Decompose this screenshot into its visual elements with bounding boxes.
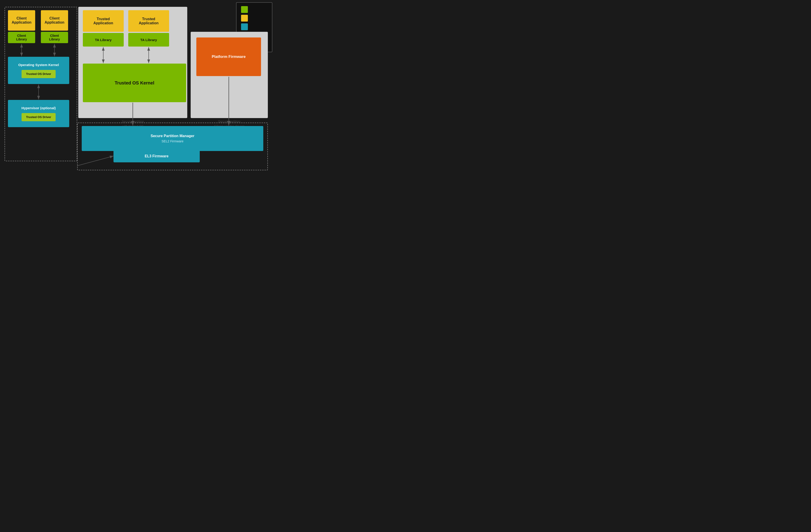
- spm-teal-box: Secure Partition Manager SEL2 Firmware: [82, 126, 263, 151]
- hypervisor-driver: Trusted OS Driver: [21, 113, 56, 121]
- trusted-os-kernel: Trusted OS Kernel: [83, 64, 186, 102]
- legend-item-green: [241, 6, 267, 13]
- client-library-2: ClientLibrary: [41, 32, 68, 43]
- trusted-application-1: TrustedApplication: [83, 10, 124, 32]
- diagram-container: - - - Client Application Client Applicat…: [2, 2, 272, 177]
- trusted-application-2: TrustedApplication: [128, 10, 169, 32]
- client-library-1: ClientLibrary: [8, 32, 35, 43]
- client-application-1: Client Application: [8, 10, 35, 31]
- el3-box: EL3 Firmware: [113, 150, 200, 162]
- legend-color-green: [241, 6, 248, 13]
- os-driver: Trusted OS Driver: [21, 70, 56, 78]
- ta-library-1: TA Library: [83, 33, 124, 47]
- legend-item-teal: [241, 24, 267, 30]
- client-application-2: Client Application: [41, 10, 68, 31]
- os-kernel-box: Operating System Kernel Trusted OS Drive…: [8, 57, 69, 84]
- platform-firmware: Platform Firmware: [196, 37, 261, 76]
- legend-item-yellow: [241, 15, 267, 21]
- legend-color-teal: [241, 24, 248, 30]
- legend-color-yellow: [241, 15, 248, 21]
- ta-library-2: TA Library: [128, 33, 169, 47]
- hypervisor-box: Hypervisor (optional) Trusted OS Driver: [8, 100, 69, 127]
